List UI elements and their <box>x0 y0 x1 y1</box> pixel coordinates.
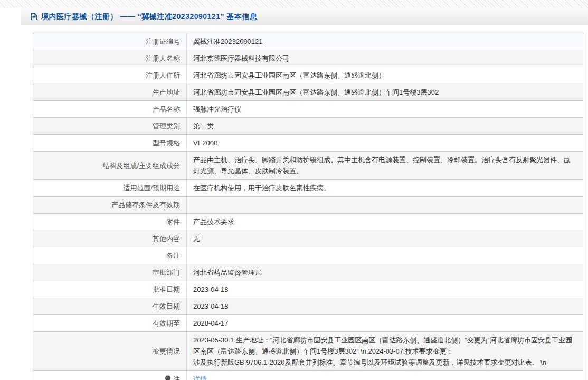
row-label-text: 附件 <box>166 216 180 227</box>
table-row: 生产地址河北省廊坊市固安县工业园区南区（富达路东侧、通盛道北侧）车间1号楼3层3… <box>33 84 583 101</box>
row-label: 备注 <box>33 247 187 264</box>
row-value: 河北京德医疗器械科技有限公司 <box>187 50 583 67</box>
row-label-text: 批准日期 <box>153 284 180 295</box>
row-label: 生产地址 <box>33 84 187 100</box>
row-value: 2023-05-30:1.生产地址：“河北省廊坊市固安县工业园区南区（富达路东侧… <box>187 332 583 370</box>
table-row: 附件产品技术要求 <box>33 214 583 230</box>
table-row: 注册人名称河北京德医疗器械科技有限公司 <box>33 50 583 67</box>
row-value: 产品技术要求 <box>187 214 583 230</box>
row-value: 河北省廊坊市固安县工业园区南区（富达路东侧、通盛道北侧）车间1号楼3层302 <box>187 84 583 100</box>
page-title: 境内医疗器械（注册） —— “冀械注准20232090121” 基本信息 <box>31 12 257 22</box>
row-label: 注册证编号 <box>33 33 187 50</box>
row-label: 注册人住所 <box>33 67 187 84</box>
row-label-text: 产品名称 <box>153 104 180 115</box>
section-header-bar: 境内医疗器械（注册） —— “冀械注准20232090121” 基本信息 <box>21 8 588 25</box>
row-label-text: 生效日期 <box>153 301 180 312</box>
table-row: 管理类别第二类 <box>33 118 583 135</box>
row-value-text: 产品由主机、治疗头、脚踏开关和防护镜组成。其中主机含有电源装置、控制装置、冷却装… <box>193 154 575 177</box>
row-label-text: 结构及组成/主要组成成分 <box>102 160 180 171</box>
row-value-text: 产品技术要求 <box>193 216 234 227</box>
row-label-text: 注册人住所 <box>146 70 180 81</box>
row-value-text: 河北省廊坊市固安县工业园区南区（富达路东侧、通盛道北侧）车间1号楼3层302 <box>193 87 439 98</box>
table-row: 注册证编号冀械注准20232090121 <box>33 33 583 50</box>
row-label: 变更情况 <box>33 332 187 370</box>
row-label: 产品储存条件及有效期 <box>33 197 187 213</box>
row-label-text: 管理类别 <box>153 121 180 132</box>
row-value-text: 在医疗机构使用，用于治疗皮肤色素性疾病。 <box>193 182 330 193</box>
row-label: 结构及组成/主要组成成分 <box>33 152 187 179</box>
row-label-text: 适用范围/预期用途 <box>123 182 180 193</box>
row-value-text: 2023-04-18 <box>193 284 229 295</box>
row-value: 在医疗机构使用，用于治疗皮肤色素性疾病。 <box>187 180 583 196</box>
row-label-text: 产品储存条件及有效期 <box>111 199 180 210</box>
row-value: 河北省廊坊市固安县工业园区南区（富达路东侧、通盛道北侧） <box>187 67 583 84</box>
row-value-text: 无 <box>193 233 200 244</box>
table-row: 生效日期2023-04-18 <box>33 298 583 315</box>
row-label: 型号规格 <box>33 135 187 151</box>
table-row: 批准日期2023-04-18 <box>33 281 583 298</box>
row-value-text: 强脉冲光治疗仪 <box>193 104 241 115</box>
row-value-text: 河北省药品监督管理局 <box>193 267 262 278</box>
row-value-text: 河北省廊坊市固安县工业园区南区（富达路东侧、通盛道北侧） <box>193 70 385 81</box>
row-value: 详情 <box>187 371 583 380</box>
row-label-text: 生产地址 <box>153 87 180 98</box>
row-label-text: 其他内容 <box>153 233 180 244</box>
table-row: 适用范围/预期用途在医疗机构使用，用于治疗皮肤色素性疾病。 <box>33 180 583 197</box>
row-value: VE2000 <box>187 135 583 151</box>
row-value <box>187 197 583 213</box>
row-label: 注册人名称 <box>33 50 187 67</box>
row-label: 产品名称 <box>33 101 187 117</box>
row-value-text: 第二类 <box>193 121 214 132</box>
detail-link[interactable]: 详情 <box>193 374 207 380</box>
row-label: 其他内容 <box>33 230 187 247</box>
row-label-text: 变更情况 <box>153 346 180 357</box>
row-value: 河北省药品监督管理局 <box>187 264 583 281</box>
registration-info-table: 注册证编号冀械注准20232090121注册人名称河北京德医疗器械科技有限公司注… <box>33 33 583 380</box>
row-value: 产品由主机、治疗头、脚踏开关和防护镜组成。其中主机含有电源装置、控制装置、冷却装… <box>187 152 583 179</box>
row-value-text: 2023-04-18 <box>193 301 229 312</box>
row-value: 强脉冲光治疗仪 <box>187 101 583 117</box>
row-value <box>187 247 583 264</box>
table-row: 型号规格VE2000 <box>33 135 583 152</box>
row-value: 冀械注准20232090121 <box>187 33 583 50</box>
table-row: 有效期至2028-04-17 <box>33 315 583 332</box>
table-row: 注详情 <box>33 371 583 380</box>
row-label: 附件 <box>33 214 187 230</box>
row-label: 生效日期 <box>33 298 187 314</box>
row-value-text: 2023-05-30:1.生产地址：“河北省廊坊市固安县工业园区南区（富达路东侧… <box>193 335 575 368</box>
row-value: 无 <box>187 230 583 247</box>
table-row: 审批部门河北省药品监督管理局 <box>33 264 583 281</box>
document-icon <box>31 13 37 22</box>
row-label-text: 有效期至 <box>153 318 180 329</box>
row-label: 注 <box>33 371 187 380</box>
row-value: 2023-04-18 <box>187 281 583 298</box>
row-label: 适用范围/预期用途 <box>33 180 187 196</box>
row-value-text: 河北京德医疗器械科技有限公司 <box>193 53 289 64</box>
row-label-text: 备注 <box>166 250 180 261</box>
comment-icon <box>165 374 171 380</box>
row-value: 2023-04-18 <box>187 298 583 314</box>
row-label-text: 审批部门 <box>153 267 180 278</box>
row-label-text: 注册人名称 <box>146 53 180 64</box>
row-label: 审批部门 <box>33 264 187 281</box>
row-value-text: 冀械注准20232090121 <box>193 36 263 47</box>
row-value-text: 2028-04-17 <box>193 318 229 329</box>
table-row: 其他内容无 <box>33 230 583 247</box>
table-row: 备注 <box>33 247 583 264</box>
row-value: 2028-04-17 <box>187 315 583 331</box>
row-label-text: 注 <box>173 374 180 380</box>
row-value-text: VE2000 <box>193 137 217 149</box>
table-row: 产品储存条件及有效期 <box>33 197 583 214</box>
row-value: 第二类 <box>187 118 583 134</box>
page-top-stripe-texture <box>0 0 588 8</box>
row-label-text: 注册证编号 <box>146 36 180 47</box>
page-title-text: 境内医疗器械（注册） —— “冀械注准20232090121” 基本信息 <box>41 12 257 22</box>
table-row: 注册人住所河北省廊坊市固安县工业园区南区（富达路东侧、通盛道北侧） <box>33 67 583 84</box>
row-label: 管理类别 <box>33 118 187 134</box>
row-label: 批准日期 <box>33 281 187 298</box>
row-label: 有效期至 <box>33 315 187 331</box>
table-row: 产品名称强脉冲光治疗仪 <box>33 101 583 118</box>
table-row: 结构及组成/主要组成成分产品由主机、治疗头、脚踏开关和防护镜组成。其中主机含有电… <box>33 152 583 180</box>
row-label-text: 型号规格 <box>153 137 180 149</box>
table-row: 变更情况2023-05-30:1.生产地址：“河北省廊坊市固安县工业园区南区（富… <box>33 332 583 371</box>
